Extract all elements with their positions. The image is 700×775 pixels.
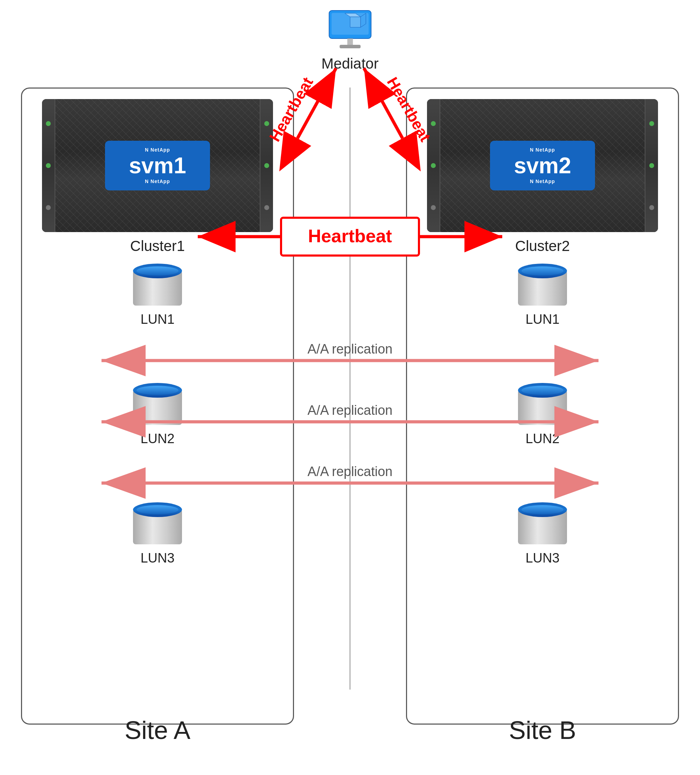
lun-b-section: LUN1 LUN2 LUN3 bbox=[518, 264, 567, 565]
svg-line-13 bbox=[298, 68, 336, 138]
diagram-container: Mediator bbox=[0, 0, 700, 775]
cluster1-label: Cluster1 bbox=[130, 238, 185, 254]
site-a-box: N NetApp svm1 N NetApp Cluster1 LUN1 bbox=[21, 88, 294, 725]
lun-b-3-label: LUN3 bbox=[525, 550, 559, 565]
lun-a-section: LUN1 LUN2 LUN3 bbox=[133, 264, 182, 565]
svg-rect-5 bbox=[347, 38, 353, 45]
lun-a-1: LUN1 bbox=[133, 264, 182, 327]
mediator-section: Mediator bbox=[321, 7, 378, 72]
svm2-label: svm2 bbox=[514, 153, 571, 178]
server-a-graphic: N NetApp svm1 N NetApp bbox=[42, 99, 273, 232]
mediator-icon bbox=[327, 7, 373, 53]
center-divider bbox=[350, 88, 351, 690]
site-a-label: Site A bbox=[22, 716, 293, 745]
lun-a-1-label: LUN1 bbox=[140, 312, 174, 327]
cylinder-b-2 bbox=[518, 383, 567, 425]
lun-b-3: LUN3 bbox=[518, 502, 567, 565]
cluster-a-section: N NetApp svm1 N NetApp Cluster1 bbox=[42, 99, 273, 254]
cylinder-b-3 bbox=[518, 502, 567, 544]
lun-a-3: LUN3 bbox=[133, 502, 182, 565]
netapp-logo-b-top: N NetApp bbox=[530, 147, 555, 153]
svg-marker-2 bbox=[350, 17, 361, 27]
server-b-graphic: N NetApp svm2 N NetApp bbox=[427, 99, 658, 232]
cluster2-label: Cluster2 bbox=[515, 238, 570, 254]
svg-rect-6 bbox=[339, 45, 361, 48]
cylinder-a-1 bbox=[133, 264, 182, 306]
lun-b-1: LUN1 bbox=[518, 264, 567, 327]
lun-b-2: LUN2 bbox=[518, 383, 567, 446]
netapp-logo-a-bottom: N NetApp bbox=[145, 178, 170, 184]
cylinder-b-1 bbox=[518, 264, 567, 306]
mediator-label: Mediator bbox=[321, 55, 378, 72]
netapp-logo-b-bottom: N NetApp bbox=[530, 178, 555, 184]
lun-b-1-label: LUN1 bbox=[525, 312, 559, 327]
svm2-badge: N NetApp svm2 N NetApp bbox=[490, 141, 595, 190]
lun-a-2: LUN2 bbox=[133, 383, 182, 446]
lun-a-2-label: LUN2 bbox=[140, 431, 174, 446]
cylinder-a-3 bbox=[133, 502, 182, 544]
lun-b-2-label: LUN2 bbox=[525, 431, 559, 446]
svm1-badge: N NetApp svm1 N NetApp bbox=[105, 141, 210, 190]
svg-line-14 bbox=[364, 68, 402, 138]
lun-a-3-label: LUN3 bbox=[140, 550, 174, 565]
site-b-label: Site B bbox=[407, 716, 678, 745]
netapp-logo-a-top: N NetApp bbox=[145, 147, 170, 153]
svm1-label: svm1 bbox=[129, 153, 186, 178]
site-b-box: N NetApp svm2 N NetApp Cluster2 LUN1 bbox=[406, 88, 679, 725]
cluster-b-section: N NetApp svm2 N NetApp Cluster2 bbox=[427, 99, 658, 254]
cylinder-a-2 bbox=[133, 383, 182, 425]
